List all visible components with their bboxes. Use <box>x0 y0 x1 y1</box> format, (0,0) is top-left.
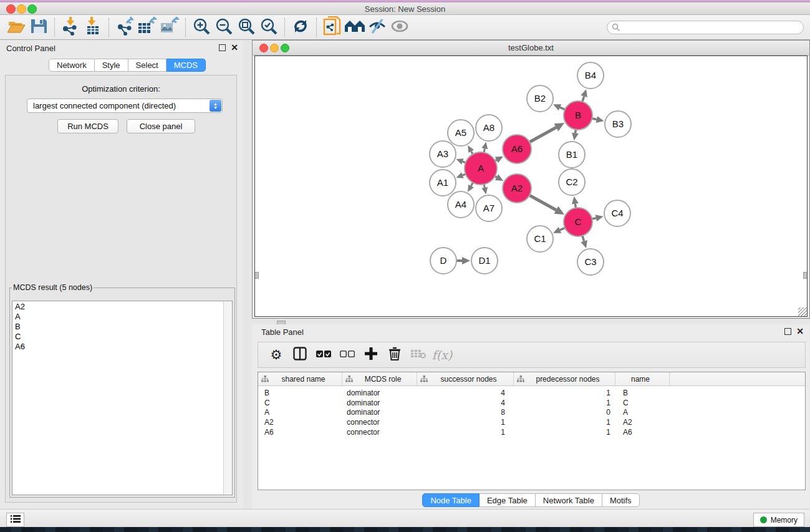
criterion-value: largest connected component (directed) <box>27 101 210 110</box>
table-row[interactable]: A6connector11A6 <box>258 428 805 438</box>
home-button[interactable] <box>344 17 366 38</box>
graph-node-label: B <box>575 110 581 120</box>
table-cell[interactable]: 1 <box>514 399 615 409</box>
hide-selected-button[interactable] <box>366 17 388 38</box>
criterion-select[interactable]: largest connected component (directed) ▲… <box>27 99 223 113</box>
tab-network-table[interactable]: Network Table <box>536 493 602 507</box>
save-session-button[interactable] <box>27 17 50 38</box>
deselect-all-button[interactable] <box>337 344 358 365</box>
table-cell[interactable]: 1 <box>514 389 615 399</box>
search-input[interactable] <box>607 21 804 34</box>
function-builder-button[interactable]: f(x) <box>432 344 453 365</box>
run-mcds-button[interactable]: Run MCDS <box>57 119 118 133</box>
refresh-button[interactable] <box>289 17 312 38</box>
task-history-button[interactable] <box>6 513 24 527</box>
tab-style[interactable]: Style <box>95 59 128 72</box>
tab-node-table[interactable]: Node Table <box>422 493 480 507</box>
table-cell[interactable]: connector <box>342 418 417 428</box>
table-cell[interactable]: 8 <box>417 408 514 418</box>
mcds-list-scrollbar[interactable] <box>223 301 232 495</box>
tab-network[interactable]: Network <box>49 59 95 72</box>
mcds-result-item[interactable]: B <box>12 322 223 332</box>
resize-grip[interactable] <box>254 272 259 279</box>
table-cell[interactable]: 4 <box>417 399 514 409</box>
zoom-fit-button[interactable] <box>235 17 258 38</box>
open-file-button[interactable] <box>5 17 27 38</box>
select-all-button[interactable] <box>313 344 334 365</box>
table-row[interactable]: Adominator80A <box>258 408 805 418</box>
import-table-icon <box>84 17 102 38</box>
resize-grip[interactable] <box>798 307 807 316</box>
network-graph[interactable]: B4B2BB3A5A8A6A3AB1A1C2A2A4A7CC4C1C3DD1 <box>255 56 808 317</box>
table-cell[interactable]: 1 <box>417 418 514 428</box>
export-table-button[interactable] <box>136 17 158 38</box>
app-titlebar[interactable]: Session: New Session <box>0 2 810 15</box>
export-image-button[interactable] <box>158 17 181 38</box>
table-cell[interactable]: A <box>258 408 342 418</box>
column-header-mcds-role[interactable]: MCDS role <box>342 372 417 385</box>
hierarchy-icon <box>517 375 524 382</box>
mcds-result-item[interactable]: A6 <box>12 342 223 352</box>
float-panel-icon[interactable] <box>219 44 226 51</box>
graph-node-label: D <box>440 255 447 266</box>
mcds-result-item[interactable]: A <box>12 312 223 322</box>
table-cell[interactable]: 1 <box>417 428 514 438</box>
column-header-name[interactable]: name <box>615 372 670 385</box>
delete-row-button[interactable] <box>384 344 405 365</box>
graph-node-label: C <box>575 216 582 227</box>
table-cell[interactable]: connector <box>342 428 417 438</box>
table-cell[interactable]: A6 <box>258 428 342 438</box>
table-cell[interactable]: C <box>258 399 342 409</box>
graph-node-label: A2 <box>511 183 523 193</box>
table-cell[interactable]: dominator <box>342 399 417 409</box>
zoom-in-button[interactable] <box>190 17 213 38</box>
table-cell[interactable]: dominator <box>342 389 417 399</box>
table-settings-button[interactable]: ⚙ <box>266 344 287 365</box>
tab-mcds[interactable]: MCDS <box>166 59 206 72</box>
hierarchy-icon <box>420 375 428 382</box>
table-cell[interactable]: 4 <box>417 389 514 399</box>
table-cell[interactable]: A <box>615 408 670 418</box>
close-panel-button[interactable]: Close panel <box>127 119 195 133</box>
network-canvas[interactable]: B4B2BB3A5A8A6A3AB1A1C2A2A4A7CC4C1C3DD1 <box>254 56 808 317</box>
export-network-button[interactable] <box>113 17 136 38</box>
table-cell[interactable]: A6 <box>615 428 670 438</box>
add-row-button[interactable] <box>360 344 382 365</box>
column-header-shared-name[interactable]: shared name <box>258 372 342 385</box>
tab-motifs[interactable]: Motifs <box>602 493 640 507</box>
column-header-predecessor-nodes[interactable]: predecessor nodes <box>514 372 615 385</box>
zoom-selected-button[interactable] <box>258 17 280 38</box>
mcds-result-item[interactable]: C <box>12 332 223 342</box>
import-network-button[interactable] <box>59 17 82 38</box>
show-selected-button[interactable] <box>388 17 411 38</box>
table-cell[interactable]: B <box>258 389 342 399</box>
close-panel-icon[interactable]: ✕ <box>796 327 804 335</box>
table-cell[interactable]: B <box>615 389 670 399</box>
mcds-result-item[interactable]: A2 <box>12 302 223 312</box>
table-cell[interactable]: 1 <box>514 418 615 428</box>
table-row[interactable]: A2connector11A2 <box>258 418 805 428</box>
resize-grip[interactable] <box>803 272 808 279</box>
table-cell[interactable]: A2 <box>615 418 670 428</box>
table-row[interactable]: Bdominator41B <box>258 389 805 399</box>
tab-edge-table[interactable]: Edge Table <box>480 493 536 507</box>
float-panel-icon[interactable] <box>784 328 791 335</box>
network-window-titlebar[interactable]: testGlobe.txt <box>253 41 809 56</box>
table-panel: Table Panel ✕ ⚙ f(x) shared name <box>252 324 810 509</box>
tab-select[interactable]: Select <box>128 59 166 72</box>
table-cell[interactable]: C <box>615 399 670 409</box>
table-row[interactable]: Cdominator41C <box>258 399 805 409</box>
import-table-button[interactable] <box>82 17 104 38</box>
table-cell[interactable]: 1 <box>514 428 615 438</box>
table-cell[interactable]: 0 <box>514 408 615 418</box>
table-panel-title: Table Panel <box>261 327 304 337</box>
network-from-file-button[interactable] <box>321 17 344 38</box>
zoom-out-button[interactable] <box>213 17 235 38</box>
column-header-successor-nodes[interactable]: successor nodes <box>417 372 514 385</box>
column-visibility-button[interactable] <box>289 344 311 365</box>
memory-button[interactable]: Memory <box>753 513 804 527</box>
table-cell[interactable]: dominator <box>342 408 417 418</box>
table-cell[interactable]: A2 <box>258 418 342 428</box>
delete-table-button[interactable] <box>408 344 429 365</box>
close-panel-icon[interactable]: ✕ <box>231 44 238 51</box>
